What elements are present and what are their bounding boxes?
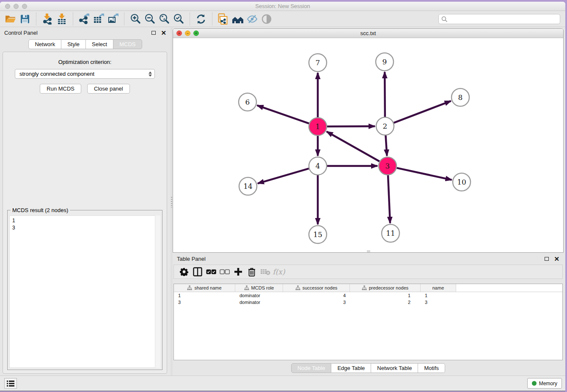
search-field[interactable]: [438, 14, 560, 24]
close-view-icon[interactable]: ×: [176, 30, 182, 36]
run-mcds-button[interactable]: Run MCDS: [40, 84, 81, 94]
import-network-icon: [42, 14, 52, 25]
network-window-controls[interactable]: × − +: [176, 30, 199, 36]
graph-edge-2-3[interactable]: [385, 135, 387, 156]
zoom-fit-button[interactable]: [158, 13, 171, 25]
show-details-button[interactable]: [260, 13, 273, 25]
graph-node-9[interactable]: 9: [376, 53, 394, 71]
hide-details-button[interactable]: [246, 13, 259, 25]
task-history-button[interactable]: [4, 378, 17, 389]
mcds-result-text[interactable]: 1 3: [9, 215, 160, 368]
network-graph[interactable]: 1234678910111415: [173, 38, 564, 252]
close-panel-button[interactable]: Close panel: [87, 84, 130, 94]
node-label: 9: [383, 58, 387, 66]
column-header[interactable]: successor nodes: [283, 284, 350, 292]
network-canvas[interactable]: 1234678910111415: [173, 38, 563, 252]
tab-network-table[interactable]: Network Table: [371, 363, 418, 373]
graph-node-4[interactable]: 4: [309, 157, 327, 175]
column-header[interactable]: predecessor nodes: [350, 284, 421, 292]
zoom-out-button[interactable]: [143, 13, 156, 25]
column-header[interactable]: name: [421, 284, 456, 292]
toolbar-separator: [190, 13, 190, 25]
maximize-view-icon[interactable]: +: [193, 30, 199, 36]
graph-node-1[interactable]: 1: [309, 118, 327, 135]
graph-edge-2-8[interactable]: [394, 101, 451, 123]
delete-column-button[interactable]: [246, 266, 258, 278]
graph-node-11[interactable]: 11: [382, 224, 399, 242]
column-label: shared name: [194, 285, 221, 290]
graph-node-7[interactable]: 7: [309, 54, 327, 72]
export-network-button[interactable]: [78, 13, 91, 25]
tab-node-table[interactable]: Node Table: [291, 363, 332, 373]
float-table-panel-icon[interactable]: [545, 257, 549, 261]
graph-edge-1-2[interactable]: [327, 126, 375, 127]
column-label: predecessor nodes: [369, 285, 409, 290]
export-image-button[interactable]: [107, 13, 119, 25]
table-cell: 3: [283, 300, 350, 305]
close-panel-icon[interactable]: ✕: [161, 30, 166, 36]
graph-edge-3-1[interactable]: [327, 132, 380, 161]
graph-node-6[interactable]: 6: [239, 93, 256, 111]
graph-edge-3-11[interactable]: [388, 175, 390, 223]
fx-icon: f(x): [272, 268, 285, 276]
graph-edge-1-6[interactable]: [257, 105, 309, 124]
refresh-button[interactable]: [195, 13, 207, 25]
tab-network[interactable]: Network: [28, 39, 61, 49]
graph-node-3[interactable]: 3: [379, 157, 396, 175]
canvas-resize-handle[interactable]: [367, 250, 370, 252]
column-header[interactable]: shared name: [174, 284, 235, 292]
table-cell: 1: [174, 293, 235, 298]
table-settings-button[interactable]: [178, 266, 190, 278]
node-label: 8: [458, 93, 463, 102]
import-network-button[interactable]: [41, 13, 54, 25]
node-table[interactable]: shared nameMCDS rolesuccessor nodesprede…: [173, 284, 563, 360]
clone-network-button[interactable]: [217, 13, 230, 25]
memory-button[interactable]: Memory: [527, 378, 562, 389]
float-panel-icon[interactable]: [151, 31, 156, 35]
graph-node-15[interactable]: 15: [309, 226, 327, 243]
result-scrollbar[interactable]: [155, 215, 160, 368]
zoom-in-button[interactable]: [129, 13, 142, 25]
graph-edge-2-9[interactable]: [385, 72, 385, 117]
zoom-selected-icon: [173, 14, 184, 25]
create-column-button[interactable]: [232, 266, 244, 278]
close-window-icon[interactable]: [5, 4, 10, 9]
export-table-button[interactable]: [92, 13, 105, 25]
minimize-window-icon[interactable]: [14, 4, 19, 9]
node-label: 1: [316, 122, 320, 131]
graph-node-2[interactable]: 2: [376, 117, 394, 135]
toolbar-separator: [73, 13, 73, 25]
zoom-selected-button[interactable]: [172, 13, 185, 25]
node-label: 4: [316, 162, 320, 170]
tab-motifs[interactable]: Motifs: [418, 363, 445, 373]
deselect-all-button[interactable]: [219, 266, 231, 278]
graph-node-8[interactable]: 8: [451, 88, 469, 106]
tab-select[interactable]: Select: [86, 39, 113, 49]
graph-node-10[interactable]: 10: [453, 173, 471, 191]
minimize-view-icon[interactable]: −: [185, 30, 190, 36]
column-header[interactable]: MCDS role: [235, 284, 283, 292]
graph-edge-3-10[interactable]: [396, 168, 451, 180]
open-file-button[interactable]: [4, 13, 17, 25]
first-neighbors-button[interactable]: [231, 13, 244, 25]
table-row[interactable]: 3dominator323: [174, 299, 562, 306]
import-table-button[interactable]: [55, 13, 68, 25]
show-columns-button[interactable]: [192, 266, 204, 278]
delete-table-button[interactable]: [259, 266, 271, 278]
titlebar: Session: New Session: [0, 2, 565, 11]
tab-style[interactable]: Style: [61, 39, 86, 49]
panel-splitter[interactable]: [171, 28, 173, 375]
table-row[interactable]: 1dominator411: [174, 292, 562, 299]
search-input[interactable]: [448, 16, 557, 22]
criterion-select[interactable]: strongly connected component: [15, 69, 155, 79]
close-table-panel-icon[interactable]: ✕: [554, 256, 559, 262]
save-session-button[interactable]: [19, 13, 31, 25]
select-all-button[interactable]: [205, 266, 217, 278]
function-builder-button[interactable]: f(x): [273, 266, 285, 278]
window-controls[interactable]: [5, 4, 27, 9]
graph-edge-4-14[interactable]: [258, 168, 309, 183]
graph-node-14[interactable]: 14: [239, 177, 257, 195]
zoom-window-icon[interactable]: [22, 4, 27, 9]
tab-mcds[interactable]: MCDS: [113, 39, 142, 49]
tab-edge-table[interactable]: Edge Table: [331, 363, 371, 373]
